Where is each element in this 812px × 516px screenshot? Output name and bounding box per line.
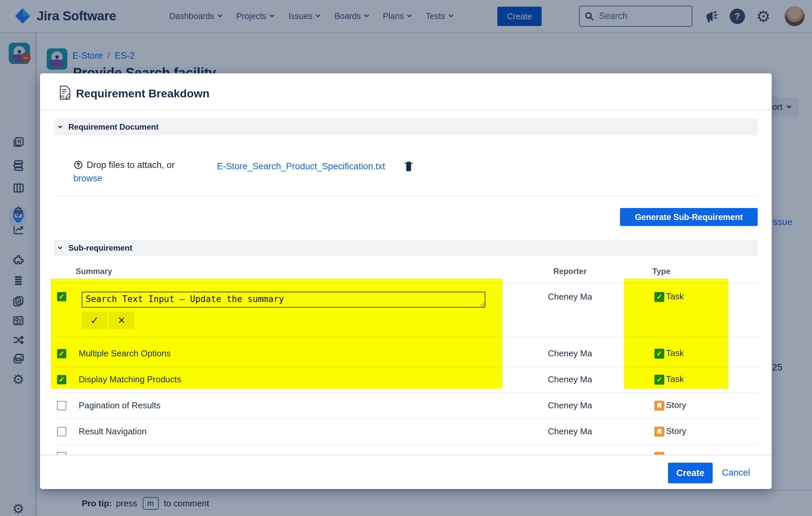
table-row: Pagination of Results Cheney Ma Story [54, 393, 758, 418]
column-header-summary: Summary [76, 267, 112, 276]
delete-file-button[interactable] [403, 161, 414, 172]
table-row-partial [54, 445, 758, 455]
trash-icon [403, 161, 414, 172]
column-header-type: Type [652, 267, 670, 276]
collapse-chevron-icon [58, 124, 62, 128]
cancel-button[interactable]: Cancel [720, 467, 752, 478]
modal-title: Requirement Breakdown [76, 86, 210, 101]
table-row: Result Navigation Cheney Ma Story [54, 419, 758, 445]
column-header-reporter: Reporter [520, 267, 620, 276]
reporter-cell: Cheney Ma [520, 374, 620, 385]
reporter-cell: Cheney Ma [520, 426, 620, 437]
row-checkbox-unchecked[interactable] [57, 401, 66, 410]
attached-file-link[interactable]: E-Store_Search_Product_Specification.txt [217, 161, 385, 172]
create-button[interactable]: Create [668, 463, 713, 483]
generate-sub-requirement-button[interactable]: Generate Sub-Requirement [620, 208, 758, 226]
reporter-cell: Cheney Ma [520, 400, 620, 411]
section-requirement-document[interactable]: Requirement Document [54, 119, 758, 135]
divider [40, 109, 772, 110]
summary-cell: Pagination of Results [79, 400, 161, 411]
row-checkbox-unchecked[interactable] [57, 427, 66, 436]
highlight-summary-column [51, 279, 502, 389]
requirement-breakdown-modal: AI Requirement Breakdown Requirement Doc… [40, 73, 772, 489]
type-cell: Story [666, 400, 686, 410]
type-cell: Story [666, 426, 686, 436]
story-type-icon [654, 427, 664, 437]
collapse-chevron-icon [58, 245, 62, 249]
drop-files-text: Drop files to attach, or [87, 160, 175, 170]
svg-text:AI: AI [60, 94, 64, 99]
modal-footer: Create Cancel [40, 455, 772, 489]
highlight-type-column [624, 279, 728, 389]
screen: Jira Software Dashboards Projects Issues… [0, 0, 812, 516]
story-type-icon [654, 401, 664, 411]
browse-link[interactable]: browse [73, 173, 102, 183]
divider [54, 196, 758, 197]
reporter-cell: Cheney Ma [520, 348, 620, 359]
upload-icon [73, 160, 83, 170]
summary-cell: Result Navigation [79, 426, 147, 437]
section-sub-requirement[interactable]: Sub-requirement [54, 240, 758, 256]
file-drop-zone[interactable]: Drop files to attach, or browse [73, 158, 193, 185]
reporter-cell: Cheney Ma [520, 292, 620, 302]
ai-document-icon: AI [57, 85, 72, 101]
